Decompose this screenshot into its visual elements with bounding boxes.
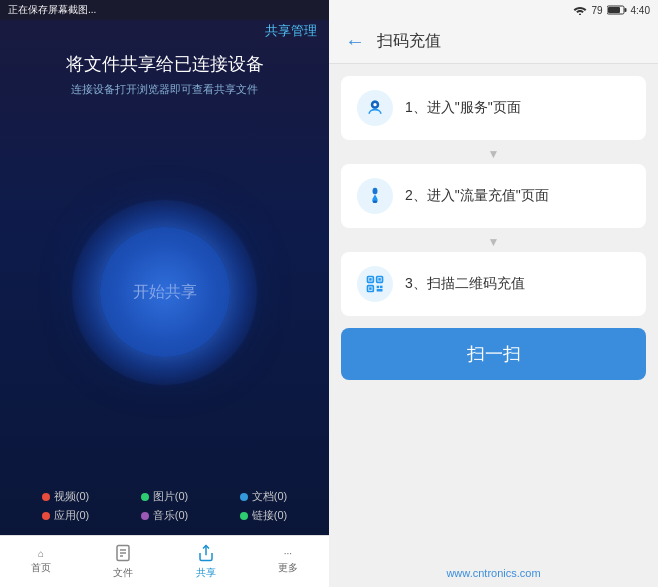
bottom-nav-left: ⌂ 首页 文件 共享 ··· 更多 xyxy=(0,535,329,587)
step-card-1: 1、进入"服务"页面 xyxy=(341,76,646,140)
outer-glow: 开始共享 xyxy=(65,192,265,392)
nav-more[interactable]: ··· 更多 xyxy=(247,548,329,575)
cat-image-label: 图片(0) xyxy=(153,489,188,504)
left-panel: 正在保存屏幕截图... 共享管理 将文件共享给已连接设备 连接设备打开浏览器即可… xyxy=(0,0,329,587)
cat-app-label: 应用(0) xyxy=(54,508,89,523)
dot-music xyxy=(141,512,149,520)
dot-video xyxy=(42,493,50,501)
flow-icon xyxy=(365,186,385,206)
cat-row-1: 视频(0) 图片(0) 文档(0) xyxy=(16,489,313,504)
share-manage-link[interactable]: 共享管理 xyxy=(265,22,317,40)
wifi-icon xyxy=(573,5,587,15)
svg-rect-21 xyxy=(377,289,383,292)
svg-rect-8 xyxy=(608,7,620,13)
status-text-left: 正在保存屏幕截图... xyxy=(8,3,96,17)
dot-link xyxy=(240,512,248,520)
cat-music: 音乐(0) xyxy=(141,508,188,523)
more-icon: ··· xyxy=(284,548,292,559)
cat-link-label: 链接(0) xyxy=(252,508,287,523)
outer-ring xyxy=(72,200,257,385)
file-categories: 视频(0) 图片(0) 文档(0) 应用(0) 音乐(0) 链接(0) xyxy=(0,479,329,535)
svg-point-11 xyxy=(373,188,378,195)
right-content: 1、进入"服务"页面 ▼ 2、进入"流量充值"页面 ▼ xyxy=(329,64,658,559)
step-icon-2 xyxy=(357,178,393,214)
nav-share[interactable]: 共享 xyxy=(165,544,247,580)
svg-rect-14 xyxy=(369,278,372,281)
svg-point-10 xyxy=(373,103,376,106)
svg-rect-7 xyxy=(624,8,626,12)
cat-link: 链接(0) xyxy=(240,508,287,523)
battery-text: 79 xyxy=(591,5,602,16)
right-header: ← 扫码充值 xyxy=(329,20,658,64)
arrow-down-1: ▼ xyxy=(341,146,646,162)
left-title: 将文件共享给已连接设备 xyxy=(16,52,313,76)
step-icon-3 xyxy=(357,266,393,302)
svg-rect-18 xyxy=(369,287,372,290)
back-button[interactable]: ← xyxy=(345,30,365,53)
cat-music-label: 音乐(0) xyxy=(153,508,188,523)
nav-share-label: 共享 xyxy=(196,566,216,580)
cat-image: 图片(0) xyxy=(141,489,188,504)
svg-point-12 xyxy=(373,201,377,204)
left-header: 共享管理 将文件共享给已连接设备 连接设备打开浏览器即可查看共享文件 xyxy=(0,20,329,105)
step-text-3: 3、扫描二维码充值 xyxy=(405,275,525,293)
file-icon xyxy=(114,544,132,564)
cat-app: 应用(0) xyxy=(42,508,89,523)
step-text-2: 2、进入"流量充值"页面 xyxy=(405,187,549,205)
step-icon-1 xyxy=(357,90,393,126)
battery-icon xyxy=(607,5,627,15)
service-icon xyxy=(365,98,385,118)
dot-app xyxy=(42,512,50,520)
step-text-1: 1、进入"服务"页面 xyxy=(405,99,521,117)
cat-row-2: 应用(0) 音乐(0) 链接(0) xyxy=(16,508,313,523)
right-panel-title: 扫码充值 xyxy=(377,31,441,52)
cat-doc-label: 文档(0) xyxy=(252,489,287,504)
cat-video: 视频(0) xyxy=(42,489,89,504)
right-panel: 79 4:40 ← 扫码充值 1、进入"服务"页面 ▼ xyxy=(329,0,658,587)
nav-more-label: 更多 xyxy=(278,561,298,575)
qr-icon xyxy=(365,274,385,294)
svg-rect-19 xyxy=(377,286,380,289)
left-subtitle: 连接设备打开浏览器即可查看共享文件 xyxy=(16,82,313,97)
cat-video-label: 视频(0) xyxy=(54,489,89,504)
svg-rect-20 xyxy=(380,286,383,289)
status-bar-left: 正在保存屏幕截图... xyxy=(0,0,329,20)
svg-rect-16 xyxy=(378,278,381,281)
step-card-3: 3、扫描二维码充值 xyxy=(341,252,646,316)
home-icon: ⌂ xyxy=(38,548,44,559)
time-text: 4:40 xyxy=(631,5,650,16)
nav-home[interactable]: ⌂ 首页 xyxy=(0,548,82,575)
nav-file-label: 文件 xyxy=(113,566,133,580)
scan-button[interactable]: 扫一扫 xyxy=(341,328,646,380)
arrow-down-2: ▼ xyxy=(341,234,646,250)
dot-image xyxy=(141,493,149,501)
dot-doc xyxy=(240,493,248,501)
svg-point-5 xyxy=(579,14,581,16)
status-bar-right: 79 4:40 xyxy=(329,0,658,20)
step-card-2: 2、进入"流量充值"页面 xyxy=(341,164,646,228)
watermark: www.cntronics.com xyxy=(329,559,658,587)
nav-home-label: 首页 xyxy=(31,561,51,575)
share-icon xyxy=(197,544,215,564)
circle-area: 开始共享 xyxy=(0,105,329,479)
cat-doc: 文档(0) xyxy=(240,489,287,504)
nav-file[interactable]: 文件 xyxy=(82,544,164,580)
